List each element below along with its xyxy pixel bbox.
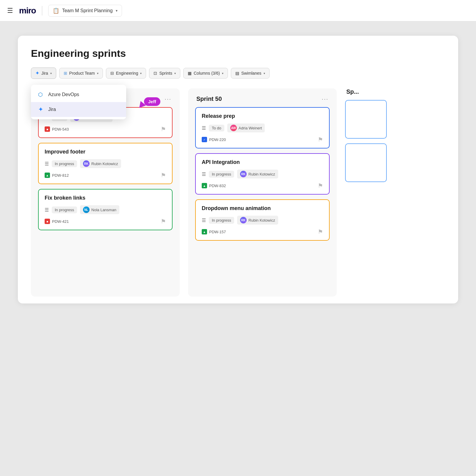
card-1-tag-id: PDW-543: [52, 127, 69, 131]
sprint-50-more-button[interactable]: ···: [322, 95, 328, 102]
card-pdw-421: Fix broken links ☰ In progress NL Nola L…: [38, 189, 173, 230]
card-4-tag-icon: ✓: [202, 137, 207, 142]
board-title-icon: 📋: [53, 7, 59, 14]
card-pdw-832: API Integration ☰ In progress RK Rubin K…: [195, 153, 330, 195]
card-3-miro-icon: ⚑: [161, 218, 166, 225]
card-6-footer: ▲ PDW-157 ⚑: [202, 228, 323, 235]
filter-bar: ✦ Jira ▾ ⊞ Product Team ▾ ⊟ Engineering …: [31, 68, 445, 79]
main-content: Engineering sprints ✦ Jira ▾ ⊞ Product T…: [0, 21, 476, 476]
card-3-title: Fix broken links: [45, 195, 166, 201]
engineering-chevron-icon: ▾: [140, 72, 142, 75]
card-2-miro-icon: ⚑: [161, 172, 166, 179]
board-container: Engineering sprints ✦ Jira ▾ ⊞ Product T…: [18, 36, 458, 303]
sprint-49-column: Sprint 49 ··· ☰ To do RK Rubin Kotowic..…: [31, 88, 180, 297]
card-2-avatar: RK: [83, 160, 90, 167]
filter-columns[interactable]: ▦ Columns (3/6) ▾: [183, 68, 228, 79]
topbar: ☰ miro 📋 Team M Sprint Planning ▾: [0, 0, 476, 21]
card-4-status: To do: [209, 125, 224, 131]
card-2-meta: ☰ In progress RK Rubin Kotowicz: [45, 159, 166, 168]
filter-engineering[interactable]: ⊟ Engineering ▾: [106, 68, 146, 79]
card-1-miro-icon: ⚑: [161, 126, 166, 133]
columns-filter-label: Columns (3/6): [194, 71, 220, 76]
card-5-meta: ☰ In progress RK Rubin Kotowicz: [202, 170, 323, 178]
sprint-51-partial-title: Sp...: [345, 88, 387, 100]
card-5-assignee: RK Rubin Kotowicz: [237, 170, 278, 178]
sprint-51-partial-card-1: [345, 100, 387, 139]
card-2-status: In progress: [52, 160, 77, 167]
card-5-miro-icon: ⚑: [318, 182, 323, 189]
engineering-filter-label: Engineering: [116, 71, 138, 76]
card-pdw-220: Release prep ☰ To do AW Adria Weinert ✓ …: [195, 107, 330, 148]
card-4-title: Release prep: [202, 113, 323, 119]
card-6-miro-icon: ⚑: [318, 228, 323, 235]
filter-swimlanes[interactable]: ▤ Swimlanes ▾: [231, 68, 270, 79]
product-team-chevron-icon: ▾: [97, 72, 98, 75]
card-5-title: API Integration: [202, 159, 323, 165]
card-4-avatar: AW: [230, 125, 237, 131]
filter-sprints[interactable]: ⊡ Sprints ▾: [149, 68, 180, 79]
card-2-assignee: RK Rubin Kotowicz: [80, 159, 121, 168]
board-title-button[interactable]: 📋 Team M Sprint Planning ▾: [48, 5, 122, 17]
miro-logo: miro: [19, 6, 36, 15]
topbar-divider: [42, 6, 42, 15]
jira-dropdown: ⬡ Azure DevOps ✦ Jira: [31, 85, 126, 119]
engineering-filter-icon: ⊟: [110, 71, 114, 76]
card-4-meta: ☰ To do AW Adria Weinert: [202, 123, 323, 132]
card-4-tag: ✓ PDW-220: [202, 137, 226, 142]
card-3-footer: ■ PDW-421 ⚑: [45, 218, 166, 225]
jeff-user-label: Jeff: [144, 97, 160, 106]
card-2-tag: ▲ PDW-812: [45, 173, 69, 178]
card-1-footer: ■ PDW-543 ⚑: [45, 126, 166, 133]
card-2-footer: ▲ PDW-812 ⚑: [45, 172, 166, 179]
swimlanes-chevron-icon: ▾: [264, 72, 265, 75]
card-4-list-icon: ☰: [202, 125, 206, 131]
card-6-title: Dropdown menu animation: [202, 205, 323, 212]
jira-chevron-icon: ▾: [50, 72, 52, 75]
filter-product-team[interactable]: ⊞ Product Team ▾: [59, 68, 103, 79]
jira-filter-label: Jira: [41, 71, 48, 76]
swimlanes-filter-label: Swimlanes: [241, 71, 262, 76]
azure-devops-icon: ⬡: [37, 91, 44, 98]
swimlanes-filter-icon: ▤: [235, 71, 239, 76]
sprint-50-header: Sprint 50 ···: [195, 95, 330, 107]
dropdown-item-azure[interactable]: ⬡ Azure DevOps: [31, 87, 126, 102]
card-4-miro-icon: ⚑: [318, 136, 323, 143]
columns-container: Sprint 49 ··· ☰ To do RK Rubin Kotowic..…: [31, 88, 445, 297]
card-3-tag: ■ PDW-421: [45, 219, 69, 224]
sprint-51-partial-column: Sp...: [345, 88, 387, 297]
card-3-tag-id: PDW-421: [52, 219, 69, 224]
product-team-filter-icon: ⊞: [64, 71, 67, 76]
card-2-tag-icon: ▲: [45, 173, 50, 178]
columns-filter-icon: ▦: [188, 71, 192, 76]
card-6-meta: ☰ In progress RK Rubin Kotowicz: [202, 216, 323, 225]
card-6-avatar: RK: [240, 217, 247, 223]
card-1-tag-icon: ■: [45, 126, 50, 132]
product-team-filter-label: Product Team: [69, 71, 95, 76]
card-2-tag-id: PDW-812: [52, 173, 69, 178]
azure-devops-label: Azure DevOps: [48, 92, 79, 97]
card-5-footer: ▲ PDW-832 ⚑: [202, 182, 323, 189]
filter-jira[interactable]: ✦ Jira ▾: [31, 68, 56, 79]
card-6-tag: ▲ PDW-157: [202, 229, 226, 234]
card-pdw-812: Improved footer ☰ In progress RK Rubin K…: [38, 143, 173, 184]
sprint-50-column: Sprint 50 ··· Release prep ☰ To do AW Ad…: [188, 88, 337, 297]
card-6-status: In progress: [209, 217, 234, 224]
board-title: Engineering sprints: [31, 48, 445, 59]
dropdown-item-jira[interactable]: ✦ Jira: [31, 102, 126, 117]
card-6-tag-icon: ▲: [202, 229, 207, 234]
card-2-list-icon: ☰: [45, 161, 49, 167]
card-5-status: In progress: [209, 171, 234, 178]
card-6-assignee: RK Rubin Kotowicz: [237, 216, 278, 225]
card-3-assignee: NL Nola Lansman: [80, 205, 119, 214]
card-3-status: In progress: [52, 206, 77, 213]
card-5-list-icon: ☰: [202, 171, 206, 177]
card-5-tag-icon: ▲: [202, 183, 207, 188]
card-4-footer: ✓ PDW-220 ⚑: [202, 136, 323, 143]
sprint-49-more-button[interactable]: ···: [165, 95, 171, 102]
card-3-tag-icon: ■: [45, 219, 50, 224]
sprints-filter-label: Sprints: [159, 71, 172, 76]
card-5-tag-id: PDW-832: [209, 184, 226, 188]
menu-icon[interactable]: ☰: [7, 7, 13, 15]
card-pdw-157: Dropdown menu animation ☰ In progress RK…: [195, 199, 330, 241]
sprint-51-partial-card-2: [345, 143, 387, 182]
